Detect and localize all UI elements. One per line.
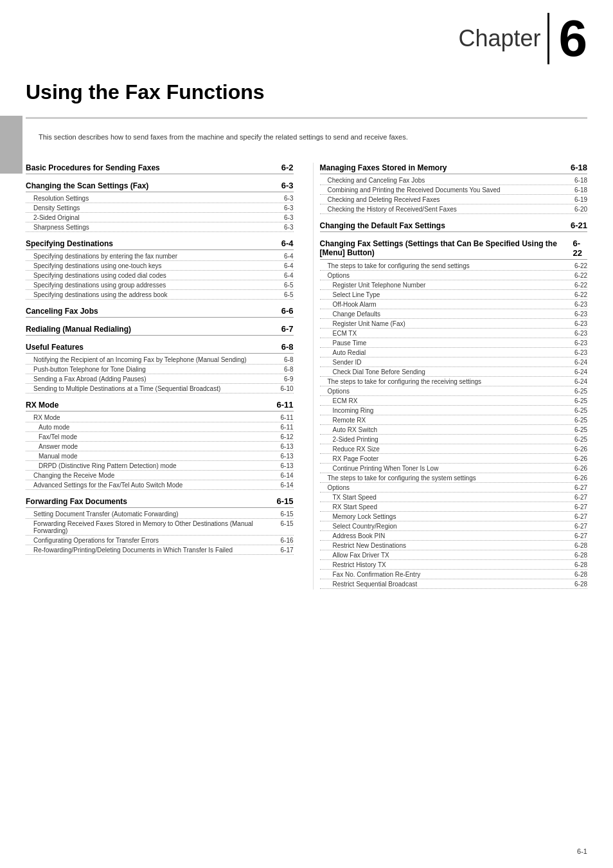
toc-item-page: 6-28 xyxy=(574,581,587,588)
toc-item: Push-button Telephone for Tone Dialing6-… xyxy=(26,365,294,374)
toc-item: Changing the Receive Mode6-14 xyxy=(26,471,294,480)
section-page-ref: 6-11 xyxy=(276,400,293,410)
chapter-number: 6 xyxy=(549,13,588,64)
toc-item: Specifying destinations using one-touch … xyxy=(26,262,294,271)
toc-item: Sender ID6-24 xyxy=(320,358,588,367)
section-page-ref: 6-3 xyxy=(281,181,294,190)
gray-accent xyxy=(0,116,22,174)
toc-item: 2-Sided Original6-3 xyxy=(26,213,294,222)
toc-item-page: 6-15 xyxy=(280,511,293,518)
toc-item-label: 2-Sided Printing xyxy=(333,436,574,443)
toc-item: Setting Document Transfer (Automatic For… xyxy=(26,510,294,519)
toc-item: Specifying destinations by entering the … xyxy=(26,252,294,261)
toc-item: ECM TX6-23 xyxy=(320,329,588,338)
toc-item-label: Options xyxy=(328,388,574,395)
toc-item: Specifying destinations using coded dial… xyxy=(26,271,294,280)
toc-item-label: Advanced Settings for the Fax/Tel Auto S… xyxy=(33,482,280,489)
toc-item: Check Dial Tone Before Sending6-24 xyxy=(320,368,588,377)
toc-item-page: 6-3 xyxy=(284,195,293,202)
toc-item: Pause Time6-23 xyxy=(320,339,588,348)
toc-item-page: 6-23 xyxy=(574,330,587,337)
toc-item-page: 6-26 xyxy=(574,446,587,453)
toc-item-page: 6-28 xyxy=(574,571,587,578)
section-heading-label: Basic Procedures for Sending Faxes xyxy=(26,163,160,172)
toc-item-label: Check Dial Tone Before Sending xyxy=(333,368,574,375)
toc-section-heading: Changing the Default Fax Settings6-21 xyxy=(320,221,588,232)
toc-item-label: Auto Redial xyxy=(333,349,574,356)
toc-item-label: Checking and Deleting Received Faxes xyxy=(328,196,574,203)
toc-section-heading: RX Mode6-11 xyxy=(26,400,294,411)
toc-section-heading: Specifying Destinations6-4 xyxy=(26,239,294,250)
toc-item: Notifying the Recipient of an Incoming F… xyxy=(26,356,294,365)
section-heading-label: Specifying Destinations xyxy=(26,239,113,248)
toc-item-page: 6-23 xyxy=(574,301,587,308)
toc-item-page: 6-14 xyxy=(280,482,293,489)
toc-item-page: 6-25 xyxy=(574,436,587,443)
toc-item: Options6-27 xyxy=(320,484,588,493)
section-heading-label: Changing the Default Fax Settings xyxy=(320,221,445,230)
section-page-ref: 6-7 xyxy=(281,324,294,334)
toc-item-label: Restrict Sequential Broadcast xyxy=(333,581,574,588)
toc-section-heading: Useful Features6-8 xyxy=(26,342,294,354)
toc-item-label: Combining and Printing the Received Docu… xyxy=(328,186,574,194)
section-page-ref: 6-22 xyxy=(573,239,587,258)
toc-item-page: 6-3 xyxy=(284,224,293,231)
toc-item-label: Change Defaults xyxy=(333,311,574,318)
toc-item-page: 6-23 xyxy=(574,349,587,356)
toc-item-page: 6-13 xyxy=(280,462,293,469)
toc-item: Select Line Type6-22 xyxy=(320,291,588,300)
toc-item: Configurating Operations for Transfer Er… xyxy=(26,536,294,545)
toc-item: Register Unit Name (Fax)6-23 xyxy=(320,320,588,329)
toc-item-label: Specifying destinations using the addres… xyxy=(33,291,284,298)
toc-item-label: Register Unit Telephone Number xyxy=(333,282,574,289)
toc-item-label: Off-Hook Alarm xyxy=(333,301,574,308)
toc-item: Register Unit Telephone Number6-22 xyxy=(320,281,588,290)
toc-item-label: Push-button Telephone for Tone Dialing xyxy=(33,366,284,373)
toc-item-page: 6-27 xyxy=(574,494,587,501)
toc-item-label: Checking the History of Received/Sent Fa… xyxy=(328,206,574,213)
toc-item-page: 6-28 xyxy=(574,552,587,559)
toc-item-page: 6-26 xyxy=(574,455,587,462)
toc-item-page: 6-15 xyxy=(280,520,293,527)
toc-item-label: Sending a Fax Abroad (Adding Pauses) xyxy=(33,375,284,383)
toc-item: Reduce RX Size6-26 xyxy=(320,445,588,454)
section-heading-label: Redialing (Manual Redialing) xyxy=(26,325,131,334)
toc-item-page: 6-28 xyxy=(574,561,587,568)
section-heading-label: Managing Faxes Stored in Memory xyxy=(320,163,447,172)
toc-item: Auto RX Switch6-25 xyxy=(320,426,588,435)
toc-left: Basic Procedures for Sending Faxes6-2Cha… xyxy=(26,163,300,590)
section-heading-label: Forwarding Fax Documents xyxy=(26,497,127,506)
section-page-ref: 6-8 xyxy=(281,342,294,352)
toc-item-page: 6-5 xyxy=(284,282,293,289)
toc-item-label: Density Settings xyxy=(33,204,284,212)
toc-item-page: 6-27 xyxy=(574,484,587,491)
toc-item-label: Select Line Type xyxy=(333,291,574,298)
toc-item-page: 6-10 xyxy=(280,385,293,392)
toc-item: Sending to Multiple Destinations at a Ti… xyxy=(26,384,294,393)
toc-item-label: 2-Sided Original xyxy=(33,214,284,221)
toc-item-page: 6-12 xyxy=(280,433,293,440)
toc-item-page: 6-23 xyxy=(574,320,587,327)
toc-item: TX Start Speed6-27 xyxy=(320,493,588,502)
toc-item: Restrict Sequential Broadcast6-28 xyxy=(320,580,588,589)
toc-item: ECM RX6-25 xyxy=(320,397,588,406)
toc-item-label: Incoming Ring xyxy=(333,407,574,414)
toc-item: RX Page Footer6-26 xyxy=(320,455,588,464)
toc-item-label: Restrict History TX xyxy=(333,561,574,568)
toc-item-page: 6-24 xyxy=(574,378,587,385)
toc-item-page: 6-23 xyxy=(574,311,587,318)
toc-item: Manual mode6-13 xyxy=(26,452,294,461)
toc-item: The steps to take for configuring the re… xyxy=(320,377,588,386)
intro-text: This section describes how to send faxes… xyxy=(0,119,613,163)
toc-item-label: RX Mode xyxy=(33,414,280,421)
toc-item-label: Sender ID xyxy=(333,359,574,366)
toc-item-page: 6-8 xyxy=(284,356,293,363)
toc-section-heading: Changing the Scan Settings (Fax)6-3 xyxy=(26,181,294,192)
toc-section-heading: Basic Procedures for Sending Faxes6-2 xyxy=(26,163,294,174)
toc-item-page: 6-19 xyxy=(574,196,587,203)
toc-item-label: Restrict New Destinations xyxy=(333,542,574,549)
toc-item-page: 6-5 xyxy=(284,291,293,298)
toc-item-label: Changing the Receive Mode xyxy=(33,472,280,479)
toc-item: Restrict New Destinations6-28 xyxy=(320,541,588,550)
section-page-ref: 6-2 xyxy=(281,163,294,172)
